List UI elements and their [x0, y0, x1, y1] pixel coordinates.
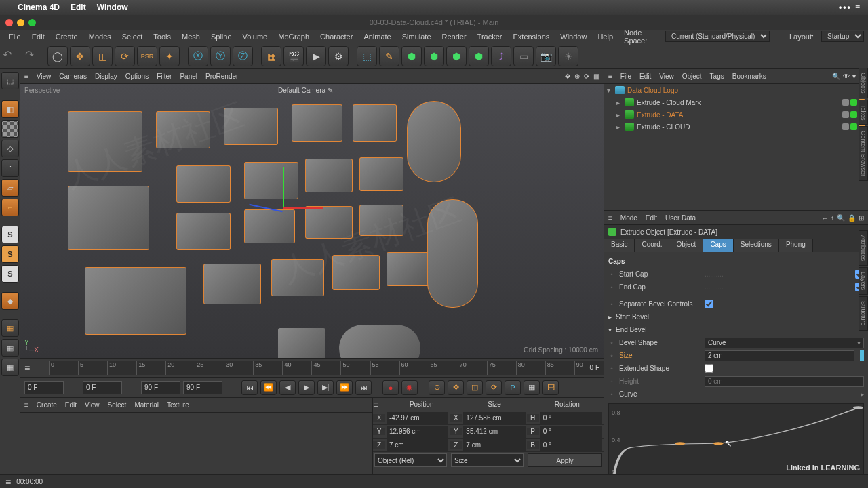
menu-modes[interactable]: Modes: [84, 31, 116, 42]
sidetab-attributes[interactable]: Attributes: [859, 230, 868, 266]
attr-search-icon[interactable]: 🔍: [837, 214, 845, 222]
generator4-icon[interactable]: ⬢: [469, 46, 489, 66]
vis-tag-icon[interactable]: [850, 123, 857, 130]
generator3-icon[interactable]: ⬢: [446, 46, 467, 66]
menu-spline[interactable]: Spline: [206, 31, 237, 42]
menu-edit[interactable]: Edit: [27, 31, 50, 42]
tag-icon[interactable]: [842, 111, 849, 118]
prev-frame-icon[interactable]: ◀: [279, 380, 296, 395]
goto-end-icon[interactable]: ⏭: [355, 380, 372, 395]
om-eye-icon[interactable]: 👁: [843, 73, 850, 80]
autokey-icon[interactable]: ◉: [401, 380, 418, 395]
coord-size-select[interactable]: Size: [451, 453, 524, 467]
key-opt7-icon[interactable]: 🎞: [542, 380, 559, 395]
size-field[interactable]: 2 cm: [705, 350, 854, 361]
range-end-field[interactable]: 90 F: [141, 381, 180, 394]
sidetab-structure[interactable]: Structure: [859, 296, 868, 331]
psr-icon[interactable]: PSR: [137, 46, 157, 66]
om-edit[interactable]: Edit: [639, 73, 651, 80]
tab-coord[interactable]: Coord.: [635, 239, 669, 252]
object-tree[interactable]: ▾ Data Cloud Logo ▸ Extrude - Cloud Mark…: [604, 84, 868, 210]
key-opt3-icon[interactable]: ◫: [467, 380, 483, 395]
record-icon[interactable]: ●: [382, 380, 399, 395]
obj-name[interactable]: Extrude - Cloud Mark: [637, 99, 842, 106]
tab-object[interactable]: Object: [669, 239, 703, 252]
key-opt2-icon[interactable]: ✥: [448, 380, 464, 395]
current-frame-field[interactable]: 0 F: [83, 381, 122, 394]
snap-s3-icon[interactable]: S: [1, 265, 19, 283]
scale-icon[interactable]: ◫: [92, 46, 113, 66]
menu-file[interactable]: File: [4, 31, 26, 42]
hamburger-icon[interactable]: ≡: [24, 73, 28, 80]
vp-nav1-icon[interactable]: ✥: [565, 73, 570, 80]
obj-name[interactable]: Data Cloud Logo: [627, 87, 859, 94]
tab-phong[interactable]: Phong: [779, 239, 813, 252]
rotate-icon[interactable]: ⟳: [115, 46, 135, 66]
menu-simulate[interactable]: Simulate: [397, 31, 436, 42]
rot-b-field[interactable]: 0 °: [540, 439, 602, 451]
pen-icon[interactable]: ✎: [379, 46, 399, 66]
vp-prorender[interactable]: ProRender: [205, 73, 238, 80]
node-space-select[interactable]: Current (Standard/Physical): [665, 30, 770, 42]
polys-icon[interactable]: ⌐: [1, 199, 19, 216]
om-object[interactable]: Object: [682, 73, 702, 80]
pos-z-field[interactable]: 7 cm: [387, 439, 448, 451]
vis-tag-icon[interactable]: [850, 111, 857, 118]
edges-icon[interactable]: ▱: [1, 179, 19, 197]
vp-nav2-icon[interactable]: ⊕: [574, 73, 580, 80]
range-start-field[interactable]: 0 F: [24, 381, 64, 394]
obj-name[interactable]: Extrude - CLOUD: [637, 123, 842, 131]
menu-mograph[interactable]: MoGraph: [273, 31, 314, 42]
close-icon[interactable]: [5, 19, 13, 26]
am-mode[interactable]: Mode: [620, 214, 637, 222]
attr-menu-icon[interactable]: ≡: [608, 214, 612, 222]
am-edit[interactable]: Edit: [646, 214, 657, 222]
menu-create[interactable]: Create: [51, 31, 83, 42]
range-end2-field[interactable]: 90 F: [183, 381, 222, 394]
curve-expand-icon[interactable]: ▸: [861, 390, 864, 398]
mat-view[interactable]: View: [85, 401, 100, 409]
om-view[interactable]: View: [659, 73, 674, 80]
om-filter-icon[interactable]: ▾: [852, 73, 856, 80]
sidetab-objects[interactable]: Objects: [859, 68, 868, 98]
material-menu-icon[interactable]: ≡: [24, 401, 28, 409]
menu-window[interactable]: Window: [555, 31, 591, 42]
snap-toggle-icon[interactable]: ◆: [1, 292, 19, 310]
vp-filter[interactable]: Filter: [157, 73, 172, 80]
menu-tracker[interactable]: Tracker: [473, 31, 507, 42]
next-key-icon[interactable]: ⏩: [336, 380, 353, 395]
grid3-icon[interactable]: ▦: [1, 359, 19, 376]
expand-icon[interactable]: ▸: [616, 123, 625, 131]
tab-selections[interactable]: Selections: [734, 239, 779, 252]
bend-icon[interactable]: ⤴: [491, 46, 511, 66]
history-up-icon[interactable]: ↑: [831, 214, 834, 222]
vp-panel[interactable]: Panel: [180, 73, 197, 80]
vp-nav3-icon[interactable]: ⟳: [584, 73, 589, 80]
separate-bevel-checkbox[interactable]: [705, 300, 713, 308]
menu-extensions[interactable]: Extensions: [508, 31, 554, 42]
grid2-icon[interactable]: ▦: [1, 339, 19, 357]
object-mode-icon[interactable]: ◧: [1, 100, 19, 118]
minimize-icon[interactable]: [17, 19, 24, 26]
x-axis-icon[interactable]: Ⓧ: [188, 46, 208, 66]
pos-y-field[interactable]: 12.956 cm: [387, 426, 448, 438]
settings-icon[interactable]: ⚙: [328, 46, 349, 66]
camera-icon[interactable]: 📷: [536, 46, 556, 66]
generator2-icon[interactable]: ⬢: [424, 46, 444, 66]
expand-icon[interactable]: ▸: [616, 99, 625, 106]
mat-edit[interactable]: Edit: [65, 401, 77, 409]
light-icon[interactable]: ☀: [558, 46, 578, 66]
key-opt1-icon[interactable]: ⊙: [429, 380, 445, 395]
texture-mode-icon[interactable]: [1, 120, 19, 138]
menu-render[interactable]: Render: [437, 31, 471, 42]
prev-key-icon[interactable]: ⏪: [260, 380, 277, 395]
timeline-menu-icon[interactable]: ≡: [24, 363, 30, 373]
menu-character[interactable]: Character: [315, 31, 357, 42]
om-search-icon[interactable]: 🔍: [832, 73, 840, 80]
end-bevel-disclose[interactable]: ▾: [608, 326, 612, 333]
objmgr-menu-icon[interactable]: ≡: [608, 73, 612, 80]
key-opt5-icon[interactable]: P: [505, 380, 521, 395]
size-y-field[interactable]: 35.412 cm: [463, 426, 525, 438]
expand-icon[interactable]: ▾: [607, 87, 615, 94]
app-name[interactable]: Cinema 4D: [18, 3, 60, 12]
